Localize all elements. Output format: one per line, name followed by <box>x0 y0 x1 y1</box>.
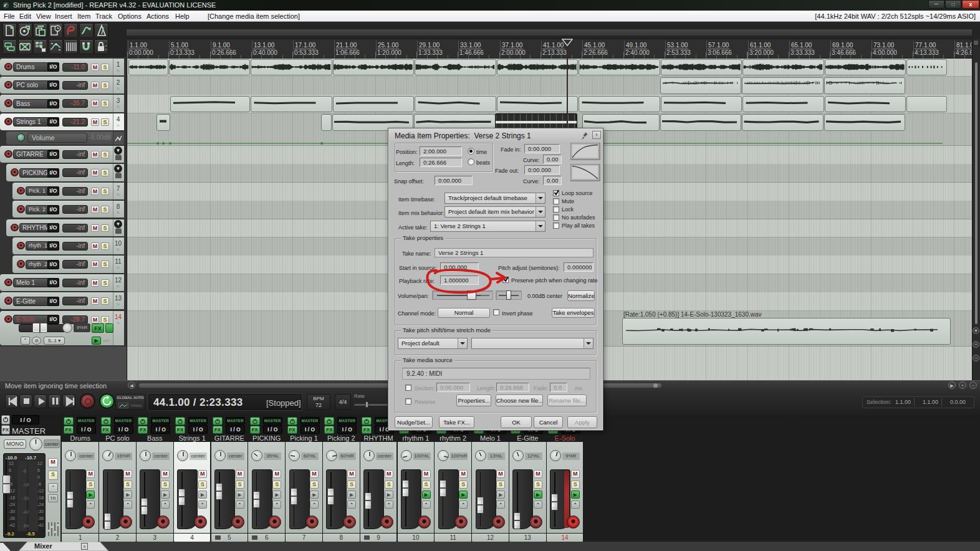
svg-text:n: n <box>105 47 107 51</box>
